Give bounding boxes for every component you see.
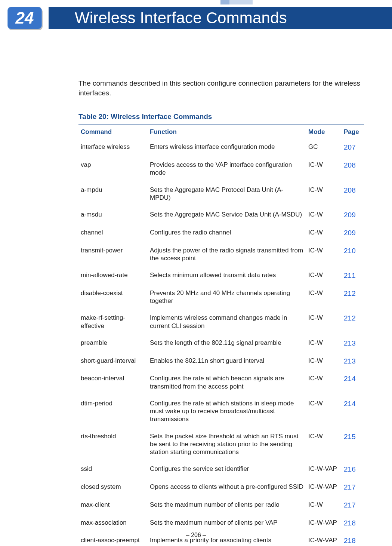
col-header-mode: Mode [306, 125, 342, 139]
cell-page-link[interactable]: 215 [342, 429, 364, 461]
top-bar-segment [229, 0, 253, 4]
cell-function: Opens access to clients without a pre-co… [148, 479, 306, 497]
cell-mode: IC-W [306, 497, 342, 515]
cell-page-link[interactable]: 218 [342, 515, 364, 533]
cell-function: Sets the packet size threshold at which … [148, 429, 306, 461]
cell-mode: IC-W [306, 285, 342, 310]
cell-page-link[interactable]: 216 [342, 461, 364, 479]
cell-page-link[interactable]: 209 [342, 207, 364, 225]
cell-page-link[interactable]: 208 [342, 157, 364, 182]
cell-command: vap [78, 157, 148, 182]
cell-page-link[interactable]: 212 [342, 285, 364, 310]
cell-command: a-msdu [78, 207, 148, 225]
cell-function: Provides access to the VAP interface con… [148, 157, 306, 182]
cell-page-link[interactable]: 214 [342, 396, 364, 429]
cell-function: Sets the Aggregate MAC Protocol Data Uni… [148, 182, 306, 207]
cell-mode: IC-W [306, 267, 342, 285]
top-bar-segment [253, 0, 392, 4]
cell-command: max-client [78, 497, 148, 515]
cell-page-link[interactable]: 214 [342, 371, 364, 396]
table-row: closed systemOpens access to clients wit… [78, 479, 364, 497]
cell-command: a-mpdu [78, 182, 148, 207]
cell-mode: IC-W [306, 310, 342, 335]
cell-command: beacon-interval [78, 371, 148, 396]
cell-page-link[interactable]: 212 [342, 310, 364, 335]
cell-function: Adjusts the power of the radio signals t… [148, 243, 306, 268]
chapter-title-bar: Wireless Interface Commands [49, 7, 392, 29]
top-accent-bar [0, 0, 392, 4]
cell-function: Selects minimum allowed transmit data ra… [148, 267, 306, 285]
cell-command: make-rf-setting-effective [78, 310, 148, 335]
cell-function: Sets the maximum number of clients per r… [148, 497, 306, 515]
cell-mode: IC-W-VAP [306, 479, 342, 497]
chapter-number-badge: 24 [7, 7, 42, 29]
cell-page-link[interactable]: 213 [342, 335, 364, 353]
cell-mode: IC-W [306, 353, 342, 371]
cell-command: interface wireless [78, 139, 148, 157]
cell-function: Sets the Aggregate MAC Service Data Unit… [148, 207, 306, 225]
cell-mode: IC-W [306, 371, 342, 396]
cell-mode: IC-W [306, 429, 342, 461]
cell-mode: IC-W [306, 207, 342, 225]
cell-function: Sets the length of the 802.11g signal pr… [148, 335, 306, 353]
col-header-function: Function [148, 125, 306, 139]
table-row: beacon-intervalConfigures the rate at wh… [78, 371, 364, 396]
table-row: vapProvides access to the VAP interface … [78, 157, 364, 182]
table-row: short-guard-intervalEnables the 802.11n … [78, 353, 364, 371]
cell-page-link[interactable]: 207 [342, 139, 364, 157]
table-row: transmit-powerAdjusts the power of the r… [78, 243, 364, 268]
page-title: Wireless Interface Commands [75, 9, 287, 27]
cell-page-link[interactable]: 210 [342, 243, 364, 268]
cell-function: Configures the service set identifier [148, 461, 306, 479]
top-bar-segment [0, 0, 220, 4]
table-header-row: Command Function Mode Page [78, 125, 364, 139]
table-row: a-mpduSets the Aggregate MAC Protocol Da… [78, 182, 364, 207]
cell-command: max-association [78, 515, 148, 533]
cell-function: Sets the maximum number of clients per V… [148, 515, 306, 533]
cell-mode: GC [306, 139, 342, 157]
table-row: disable-coexistPrevents 20 MHz and 40 MH… [78, 285, 364, 310]
table-row: ssidConfigures the service set identifie… [78, 461, 364, 479]
commands-table: Command Function Mode Page interface wir… [78, 125, 364, 546]
cell-command: min-allowed-rate [78, 267, 148, 285]
table-row: interface wirelessEnters wireless interf… [78, 139, 364, 157]
cell-function: Configures the rate at which stations in… [148, 396, 306, 429]
cell-function: Implements wireless command changes made… [148, 310, 306, 335]
cell-command: closed system [78, 479, 148, 497]
table-row: make-rf-setting-effectiveImplements wire… [78, 310, 364, 335]
cell-mode: IC-W [306, 396, 342, 429]
cell-command: transmit-power [78, 243, 148, 268]
cell-mode: IC-W [306, 335, 342, 353]
table-row: min-allowed-rateSelects minimum allowed … [78, 267, 364, 285]
cell-mode: IC-W-VAP [306, 515, 342, 533]
cell-page-link[interactable]: 213 [342, 353, 364, 371]
table-row: max-associationSets the maximum number o… [78, 515, 364, 533]
cell-function: Configures the rate at which beacon sign… [148, 371, 306, 396]
cell-mode: IC-W [306, 243, 342, 268]
table-row: channelConfigures the radio channelIC-W2… [78, 225, 364, 243]
top-bar-segment [220, 0, 229, 4]
cell-page-link[interactable]: 208 [342, 182, 364, 207]
col-header-command: Command [78, 125, 148, 139]
cell-command: rts-threshold [78, 429, 148, 461]
table-row: rts-thresholdSets the packet size thresh… [78, 429, 364, 461]
intro-paragraph: The commands described in this section c… [78, 79, 364, 98]
table-row: a-msduSets the Aggregate MAC Service Dat… [78, 207, 364, 225]
cell-page-link[interactable]: 217 [342, 497, 364, 515]
cell-page-link[interactable]: 209 [342, 225, 364, 243]
col-header-page: Page [342, 125, 364, 139]
cell-command: short-guard-interval [78, 353, 148, 371]
cell-function: Enables the 802.11n short guard interval [148, 353, 306, 371]
table-row: dtim-periodConfigures the rate at which … [78, 396, 364, 429]
commands-table-body: interface wirelessEnters wireless interf… [78, 139, 364, 546]
cell-command: preamble [78, 335, 148, 353]
cell-function: Enters wireless interface configuration … [148, 139, 306, 157]
cell-command: ssid [78, 461, 148, 479]
cell-command: dtim-period [78, 396, 148, 429]
cell-page-link[interactable]: 211 [342, 267, 364, 285]
table-row: preambleSets the length of the 802.11g s… [78, 335, 364, 353]
cell-function: Configures the radio channel [148, 225, 306, 243]
cell-mode: IC-W [306, 225, 342, 243]
cell-command: disable-coexist [78, 285, 148, 310]
cell-page-link[interactable]: 217 [342, 479, 364, 497]
